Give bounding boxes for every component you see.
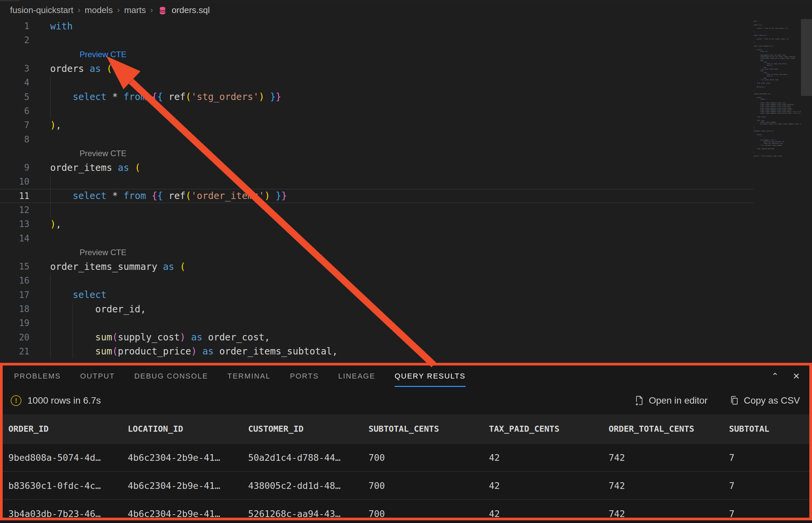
minimap-code: with orders as ( select * from {{ ref('s… <box>754 19 801 157</box>
file-plus-icon <box>635 396 644 406</box>
column-header[interactable]: CUSTOMER_ID <box>248 424 368 434</box>
code-text[interactable] <box>50 203 801 217</box>
code-line: 10 <box>0 175 801 188</box>
code-line: 3orders as ( <box>0 61 801 76</box>
indent-guide <box>50 189 51 203</box>
open-in-editor-button[interactable]: Open in editor <box>635 395 708 406</box>
code-lens-row: Preview CTE <box>0 246 801 259</box>
indent-guide <box>50 316 51 330</box>
code-text[interactable]: order_id, <box>50 302 801 316</box>
code-line: 20 sum(supply_cost) as order_cost, <box>0 330 801 344</box>
code-text[interactable]: select * from {{ ref('stg_orders') }} <box>50 90 801 104</box>
code-text[interactable]: sum(product_price) as order_items_subtot… <box>50 344 801 359</box>
warning-icon: ! <box>11 395 21 406</box>
column-header[interactable]: SUBTOTAL_CENTS <box>368 424 489 434</box>
code-line: 21 sum(product_price) as order_items_sub… <box>0 344 801 359</box>
line-number: 15 <box>0 262 30 272</box>
breadcrumb-separator: › <box>150 5 153 15</box>
breadcrumb-file[interactable]: orders.sql <box>172 5 210 15</box>
column-header[interactable]: ORDER_TOTAL_CENTS <box>609 424 729 434</box>
chevron-up-icon[interactable]: ⌃ <box>771 372 779 381</box>
code-line: 9order_items as ( <box>0 161 801 175</box>
indent-guide <box>50 203 51 217</box>
column-header[interactable]: SUBTOTAL <box>729 424 809 434</box>
indent-guide <box>50 104 51 118</box>
tab-lineage[interactable]: LINEAGE <box>338 365 375 387</box>
code-text[interactable]: order_items as ( <box>50 161 801 175</box>
code-text[interactable] <box>50 76 801 90</box>
table-cell: 438005c2-dd1d-48… <box>248 481 368 491</box>
code-text[interactable] <box>50 231 801 245</box>
table-cell: 42 <box>489 452 609 463</box>
code-text[interactable] <box>50 316 801 330</box>
code-text[interactable]: ), <box>50 118 801 132</box>
code-text[interactable] <box>50 33 801 47</box>
table-row[interactable]: 9bed808a-5074-4d…4b6c2304-2b9e-41…50a2d1… <box>3 443 809 471</box>
editor-scrollbar[interactable] <box>801 19 812 96</box>
column-header[interactable]: ORDER_ID <box>8 424 128 434</box>
tab-query-results[interactable]: QUERY RESULTS <box>395 365 466 387</box>
indent-guide <box>50 330 51 344</box>
code-line: 16 <box>0 273 801 288</box>
table-cell: b83630c1-0fdc-4c… <box>8 481 128 491</box>
breadcrumb-item[interactable]: marts <box>124 5 146 15</box>
line-number: 8 <box>0 134 30 144</box>
breadcrumb-item[interactable]: models <box>85 5 113 15</box>
code-line: 12 <box>0 203 801 217</box>
code-text[interactable]: ), <box>50 217 801 231</box>
code-text[interactable] <box>50 104 801 118</box>
copy-as-csv-button[interactable]: Copy as CSV <box>730 395 800 406</box>
code-line: 17 select <box>0 288 801 302</box>
line-number: 5 <box>0 92 30 102</box>
preview-cte-link[interactable]: Preview CTE <box>79 248 126 257</box>
preview-cte-link[interactable]: Preview CTE <box>79 50 126 59</box>
code-lens-row: Preview CTE <box>0 146 801 161</box>
code-area[interactable]: 1with2Preview CTE3orders as (45 select *… <box>0 19 801 359</box>
code-text[interactable]: order_items_summary as ( <box>50 259 801 273</box>
tab-terminal[interactable]: TERMINAL <box>228 365 271 387</box>
code-text[interactable]: with <box>50 19 801 33</box>
results-status: 1000 rows in 6.7s <box>28 395 101 406</box>
indent-guide <box>73 330 73 344</box>
table-cell: 742 <box>609 509 729 519</box>
minimap[interactable]: with orders as ( select * from {{ ref('s… <box>754 19 801 227</box>
code-line: 2 <box>0 33 801 47</box>
code-text[interactable] <box>50 273 801 288</box>
table-cell: 7 <box>729 509 809 519</box>
code-text[interactable]: select <box>50 288 801 302</box>
code-text[interactable] <box>50 132 801 146</box>
code-line: 13), <box>0 217 801 231</box>
line-number: 18 <box>0 304 30 314</box>
code-line: 15order_items_summary as ( <box>0 259 801 273</box>
table-cell: 42 <box>489 481 609 491</box>
tab-debug-console[interactable]: DEBUG CONSOLE <box>134 365 209 387</box>
column-header[interactable]: LOCATION_ID <box>128 424 248 434</box>
close-icon[interactable]: ✕ <box>793 372 800 381</box>
copy-icon <box>730 396 739 406</box>
line-number: 7 <box>0 120 30 130</box>
line-number: 17 <box>0 290 30 300</box>
line-number: 11 <box>0 191 30 201</box>
preview-cte-link[interactable]: Preview CTE <box>79 149 126 158</box>
database-icon <box>159 6 166 15</box>
column-header[interactable]: TAX_PAID_CENTS <box>489 424 609 434</box>
tab-output[interactable]: OUTPUT <box>80 365 115 387</box>
code-text[interactable]: orders as ( <box>50 61 801 76</box>
code-text[interactable]: select * from {{ ref('order_items') }} <box>50 189 801 203</box>
table-row[interactable]: b83630c1-0fdc-4c…4b6c2304-2b9e-41…438005… <box>3 471 809 499</box>
tab-problems[interactable]: PROBLEMS <box>14 365 61 387</box>
code-text[interactable]: sum(supply_cost) as order_cost, <box>50 330 801 344</box>
line-number: 6 <box>0 106 30 116</box>
code-line: 5 select * from {{ ref('stg_orders') }} <box>0 90 801 104</box>
code-line: 1with <box>0 19 801 33</box>
table-cell: 4b6c2304-2b9e-41… <box>128 452 248 463</box>
code-text[interactable] <box>50 175 801 188</box>
breadcrumb-item[interactable]: fusion-quickstart <box>10 5 73 15</box>
line-number: 10 <box>0 177 30 186</box>
indent-guide <box>50 288 51 302</box>
tab-ports[interactable]: PORTS <box>290 365 319 387</box>
line-number: 2 <box>0 35 30 45</box>
table-row[interactable]: 3b4a03db-7b23-46…4b6c2304-2b9e-41…526126… <box>3 499 809 520</box>
table-cell: 50a2d1c4-d788-44… <box>248 452 368 463</box>
line-number: 9 <box>0 163 30 173</box>
